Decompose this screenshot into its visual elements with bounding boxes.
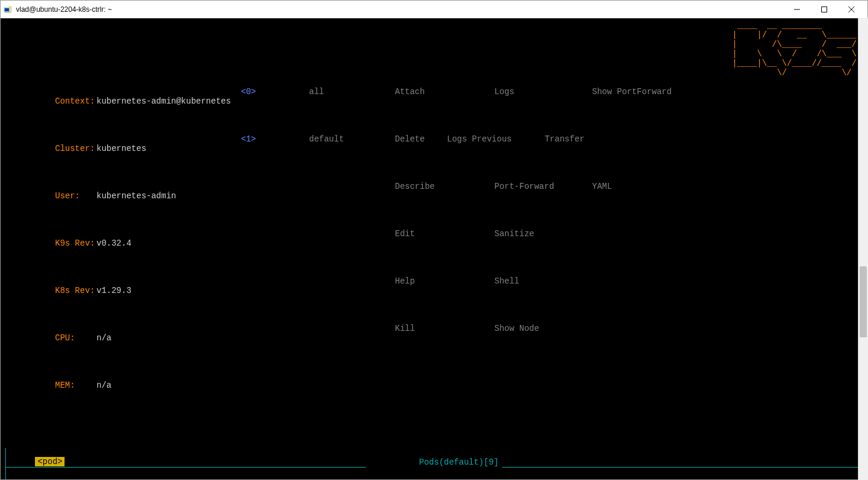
context-value: kubernetes-admin@kubernetes xyxy=(97,96,231,106)
shortcut-action: Delete xyxy=(395,134,447,144)
shortcut-row: HelpShell xyxy=(241,276,863,305)
shortcut-row: KillShow Node xyxy=(241,324,863,352)
breadcrumb-pod[interactable]: <pod> xyxy=(35,457,65,466)
titlebar: vlad@ubuntu-2204-k8s-ctrlr: ~ xyxy=(1,1,867,18)
putty-icon xyxy=(3,5,12,14)
shortcut-action: Help xyxy=(395,276,447,286)
cpu-value: n/a xyxy=(97,333,111,343)
mem-label: MEM: xyxy=(55,381,97,390)
pods-panel-title: Pods(default)[9] xyxy=(366,448,502,476)
cluster-label: Cluster: xyxy=(55,144,97,153)
context-label: Context: xyxy=(55,96,97,106)
cpu-label: CPU: xyxy=(55,333,97,343)
shortcut-row: <1>defaultDeleteLogs PreviousTransfer xyxy=(241,134,863,163)
shortcut-row: <0>allAttachLogsShow PortForward xyxy=(241,87,863,115)
shortcut-action: all xyxy=(309,87,351,96)
svg-rect-5 xyxy=(822,7,827,12)
shortcut-action: YAML xyxy=(592,182,612,191)
shortcut-action: Sanitize xyxy=(494,229,571,239)
shortcut-action: default xyxy=(309,134,351,144)
window-title: vlad@ubuntu-2204-k8s-ctrlr: ~ xyxy=(16,5,783,14)
mem-value: n/a xyxy=(97,381,111,390)
k9s-header: Context:kubernetes-admin@kubernetes <0>a… xyxy=(5,68,863,418)
window-controls xyxy=(783,1,865,18)
shortcut-action: Show Node xyxy=(494,324,571,333)
svg-rect-2 xyxy=(9,7,11,12)
shortcut-row: EditSanitize xyxy=(241,229,863,257)
user-value: kubernetes-admin xyxy=(97,191,176,201)
k9s-rev-value: v0.32.4 xyxy=(97,239,131,248)
k9s-rev-label: K9s Rev: xyxy=(55,239,97,248)
app-window: vlad@ubuntu-2204-k8s-ctrlr: ~ ____ __ __… xyxy=(0,0,868,480)
cluster-value: kubernetes xyxy=(97,144,146,153)
shortcut-action: Describe xyxy=(395,182,447,191)
shortcut-key: Logs PreviousTransfer xyxy=(447,134,494,144)
svg-rect-1 xyxy=(5,8,9,11)
k8s-rev-value: v1.29.3 xyxy=(97,286,131,295)
k8s-rev-label: K8s Rev: xyxy=(55,286,97,295)
shortcut-key: <1> xyxy=(241,134,309,144)
terminal[interactable]: ____ __ ________ | |/ / __ \______ | /\_… xyxy=(1,18,867,479)
k9s-ascii-logo: ____ __ ________ | |/ / __ \______ | /\_… xyxy=(732,21,861,78)
status-bar: <pod> xyxy=(5,447,65,476)
maximize-button[interactable] xyxy=(811,1,838,18)
shortcut-action: Edit xyxy=(395,229,447,239)
user-label: User: xyxy=(55,191,97,201)
shortcut-action: Show PortForward xyxy=(592,87,671,96)
shortcut-action: Port-Forward xyxy=(494,182,571,191)
close-button[interactable] xyxy=(838,1,865,18)
vertical-scrollbar[interactable] xyxy=(858,18,868,480)
shortcut-row: DescribePort-ForwardYAML xyxy=(241,182,863,210)
minimize-button[interactable] xyxy=(783,1,811,18)
shortcut-action: Transfer xyxy=(545,134,584,144)
shortcut-key: <0> xyxy=(241,87,309,96)
shortcut-action: Logs Previous xyxy=(447,134,524,144)
shortcut-action: Logs xyxy=(494,87,571,96)
pods-panel: Pods(default)[9] NAME PF READY STATUS RE… xyxy=(5,448,863,479)
shortcut-action: Attach xyxy=(395,87,447,96)
shortcut-action: Shell xyxy=(494,276,571,286)
shortcut-action: Kill xyxy=(395,324,447,333)
scrollbar-thumb[interactable] xyxy=(860,266,867,337)
